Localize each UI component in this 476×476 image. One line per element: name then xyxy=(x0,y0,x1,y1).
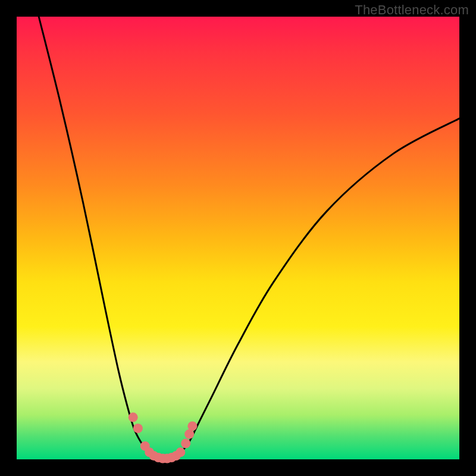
chart-frame: TheBottleneck.com xyxy=(0,0,476,476)
chart-plot-area xyxy=(17,17,459,459)
series-left-curve xyxy=(39,17,154,459)
highlight-point xyxy=(187,421,197,431)
highlight-point xyxy=(133,424,143,433)
series-right-curve xyxy=(176,118,459,459)
highlight-point xyxy=(129,412,138,422)
chart-svg xyxy=(17,17,459,459)
watermark-text: TheBottleneck.com xyxy=(355,2,469,18)
highlight-point xyxy=(181,439,190,448)
highlight-point xyxy=(176,447,185,457)
curve-layer xyxy=(39,17,459,459)
